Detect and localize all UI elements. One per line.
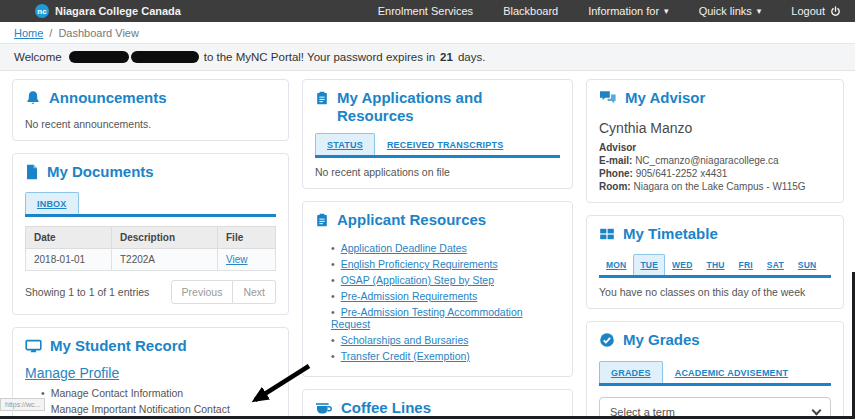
advisor-email-line: E-mail: NC_cmanzo@niagaracollege.ca: [599, 155, 831, 166]
breadcrumb-current: Dashboard View: [58, 27, 139, 39]
my-timetable-card: My Timetable MON TUE WED THU FRI SAT SUN…: [586, 215, 844, 310]
advisor-phone: 905/641-2252 x4431: [636, 168, 728, 179]
pagination: Previous Next: [171, 280, 276, 304]
nav-logout[interactable]: Logout: [791, 5, 841, 17]
resource-link[interactable]: Application Deadline Dates: [341, 242, 467, 254]
my-student-record-title: My Student Record: [25, 337, 276, 358]
advisor-room: Niagara on the Lake Campus - W115G: [633, 181, 805, 192]
chevron-down-icon: [812, 405, 822, 415]
applicant-resources-title: Applicant Resources: [315, 211, 560, 232]
tab-day-mon[interactable]: MON: [599, 254, 633, 275]
my-applications-card: My Applications and Resources STATUS REC…: [302, 79, 573, 189]
list-item: English Proficiency Requirements: [331, 258, 560, 270]
tab-day-sat[interactable]: SAT: [760, 254, 791, 275]
nav-enrolment-services[interactable]: Enrolment Services: [378, 5, 473, 17]
list-item[interactable]: Manage Contact Information: [41, 387, 276, 399]
student-record-list: Manage Contact Information Manage Import…: [41, 387, 276, 419]
table-grid-icon: [599, 225, 615, 246]
chevron-down-icon: ▾: [757, 7, 762, 16]
column-header-description[interactable]: Description: [112, 227, 218, 249]
nav-logout-label: Logout: [791, 5, 825, 17]
advisor-email: NC_cmanzo@niagaracollege.ca: [635, 155, 779, 166]
power-icon: [830, 6, 841, 17]
coffee-lines-card: Coffee Lines Status Location Line Length…: [302, 389, 573, 419]
my-documents-card: My Documents INBOX Date Description File: [12, 153, 289, 316]
clipboard-icon: [315, 89, 329, 110]
my-applications-title: My Applications and Resources: [315, 89, 560, 124]
tab-day-fri[interactable]: FRI: [732, 254, 760, 275]
welcome-text: to the MyNC Portal! Your password expire…: [204, 51, 435, 63]
chevron-down-icon: ▾: [664, 7, 669, 16]
my-documents-title: My Documents: [25, 163, 276, 184]
document-date: 2018-01-01: [26, 249, 112, 271]
applications-tabs: STATUS RECEIVED TRANSCRIPTS: [315, 133, 560, 158]
my-grades-title: My Grades: [599, 331, 831, 352]
list-item: Transfer Credit (Exemption): [331, 350, 560, 362]
advisor-name: Cynthia Manzo: [599, 120, 831, 136]
table-row: 2018-01-01 T2202A View: [26, 249, 276, 271]
timetable-empty-text: You have no classes on this day of the w…: [599, 286, 831, 298]
nav-quick-links[interactable]: Quick links ▾: [699, 5, 762, 17]
tab-grades[interactable]: GRADES: [599, 361, 663, 383]
timetable-day-tabs: MON TUE WED THU FRI SAT SUN: [599, 254, 831, 278]
applicant-resources-card: Applicant Resources Application Deadline…: [302, 201, 573, 377]
tab-day-wed[interactable]: WED: [665, 254, 699, 275]
resource-link[interactable]: Pre-Admission Requirements: [341, 290, 478, 302]
documents-table: Date Description File 2018-01-01 T2202A …: [25, 226, 276, 271]
tab-inbox[interactable]: INBOX: [25, 192, 79, 214]
resource-link[interactable]: Transfer Credit (Exemption): [341, 350, 470, 362]
my-timetable-title: My Timetable: [599, 225, 831, 246]
nav-information-for[interactable]: Information for ▾: [588, 5, 668, 17]
welcome-banner: Welcome to the MyNC Portal! Your passwor…: [0, 44, 855, 71]
document-view-link[interactable]: View: [226, 254, 248, 265]
check-circle-icon: [599, 331, 615, 352]
welcome-prefix: Welcome: [14, 51, 62, 63]
my-advisor-card: My Advisor Cynthia Manzo Advisor E-mail:…: [586, 79, 844, 203]
tab-day-thu[interactable]: THU: [699, 254, 731, 275]
redacted-name-block: [131, 51, 199, 63]
advisor-room-line: Room: Niagara on the Lake Campus - W115G: [599, 181, 831, 192]
dashboard-columns: Announcements No recent announcements. M…: [0, 71, 855, 419]
my-advisor-title: My Advisor: [599, 89, 831, 109]
tab-academic-advisement[interactable]: ACADEMIC ADVISEMENT: [663, 361, 800, 383]
list-item: Scholarships and Bursaries: [331, 334, 560, 346]
previous-button[interactable]: Previous: [171, 280, 234, 304]
resource-link[interactable]: English Proficiency Requirements: [341, 258, 498, 270]
nav-quick-links-label: Quick links: [699, 5, 752, 17]
tab-status[interactable]: STATUS: [315, 133, 375, 155]
nav-blackboard[interactable]: Blackboard: [503, 5, 558, 17]
announcements-title: Announcements: [25, 89, 276, 110]
welcome-suffix: days.: [458, 51, 486, 63]
link-url-tooltip: https://wc...: [0, 398, 45, 411]
next-button[interactable]: Next: [233, 280, 276, 304]
top-navigation: Enrolment Services Blackboard Informatio…: [378, 5, 841, 17]
tab-received-transcripts[interactable]: RECEIVED TRANSCRIPTS: [375, 133, 516, 155]
nc-logo-icon: nc: [35, 4, 49, 18]
documents-table-footer: Showing 1 to 1 of 1 entries Previous Nex…: [25, 280, 276, 304]
list-item: Pre-Admission Testing Accommodation Requ…: [331, 306, 560, 330]
announcements-empty-text: No recent announcements.: [25, 118, 276, 130]
resource-link[interactable]: Pre-Admission Testing Accommodation Requ…: [331, 306, 523, 330]
column-header-date[interactable]: Date: [26, 227, 112, 249]
mync-portal-page: nc Niagara College Canada Enrolment Serv…: [0, 0, 855, 419]
middle-column: My Applications and Resources STATUS REC…: [302, 79, 573, 419]
resource-link[interactable]: OSAP (Application) Step by Step: [341, 274, 494, 286]
documents-tabs: INBOX: [25, 192, 276, 217]
breadcrumb-home-link[interactable]: Home: [14, 27, 43, 39]
advisor-role: Advisor: [599, 142, 831, 153]
advisor-phone-line: Phone: 905/641-2252 x4431: [599, 168, 831, 179]
tab-day-sun[interactable]: SUN: [791, 254, 824, 275]
clipboard-icon: [315, 211, 329, 232]
tab-day-tue[interactable]: TUE: [633, 254, 665, 275]
applicant-resources-list: Application Deadline Dates English Profi…: [331, 242, 560, 362]
manage-profile-link[interactable]: Manage Profile: [25, 365, 119, 381]
left-column: Announcements No recent announcements. M…: [12, 79, 289, 419]
list-item: Pre-Admission Requirements: [331, 290, 560, 302]
brand-home-link[interactable]: nc Niagara College Canada: [35, 4, 181, 18]
redacted-name-block: [69, 51, 129, 63]
resource-link[interactable]: Scholarships and Bursaries: [341, 334, 469, 346]
column-header-file[interactable]: File: [218, 227, 276, 249]
topbar: nc Niagara College Canada Enrolment Serv…: [0, 0, 855, 22]
my-student-record-card: My Student Record Manage Profile Manage …: [12, 327, 289, 419]
list-item: Application Deadline Dates: [331, 242, 560, 254]
